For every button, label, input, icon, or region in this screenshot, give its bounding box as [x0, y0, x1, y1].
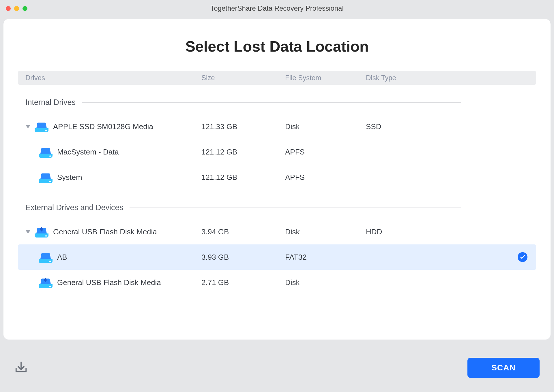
usb-drive-icon: ψ [35, 226, 48, 238]
drive-size: 121.33 GB [201, 122, 285, 131]
window-title: TogetherShare Data Recovery Professional [210, 4, 344, 12]
volume-name: System [57, 173, 82, 182]
volume-name: MacSystem - Data [57, 148, 119, 157]
drive-icon [39, 146, 53, 158]
volume-filesystem: APFS [285, 148, 366, 157]
drive-size: 3.94 GB [201, 227, 285, 236]
chevron-down-icon[interactable] [25, 230, 31, 233]
section-external-drives: External Drives and Devices [25, 203, 536, 212]
drive-filesystem: Disk [285, 227, 366, 236]
divider [82, 102, 461, 103]
drive-row-parent[interactable]: ψ General USB Flash Disk Media 3.94 GB D… [18, 219, 536, 244]
close-icon[interactable] [6, 6, 11, 11]
divider [130, 208, 461, 208]
section-internal-label: Internal Drives [25, 98, 76, 107]
drive-name: General USB Flash Disk Media [53, 227, 157, 236]
drive-row-parent[interactable]: APPLE SSD SM0128G Media 121.33 GB Disk S… [18, 114, 536, 139]
volume-size: 2.71 GB [201, 278, 285, 287]
drive-icon [35, 121, 48, 132]
main-panel: Select Lost Data Location Drives Size Fi… [3, 19, 551, 340]
column-header-size: Size [201, 74, 285, 82]
volume-filesystem: FAT32 [285, 253, 366, 262]
drive-icon [39, 171, 53, 183]
volume-size: 121.12 GB [201, 148, 285, 157]
import-icon[interactable] [14, 361, 28, 375]
volume-row-selected[interactable]: AB 3.93 GB FAT32 [18, 244, 536, 270]
drive-name: APPLE SSD SM0128G Media [53, 122, 153, 131]
table-header: Drives Size File System Disk Type [18, 71, 536, 85]
volume-row[interactable]: ψ General USB Flash Disk Media 2.71 GB D… [18, 270, 536, 295]
column-header-disktype: Disk Type [366, 74, 536, 82]
volume-size: 121.12 GB [201, 173, 285, 182]
page-title: Select Lost Data Location [18, 38, 536, 55]
section-external-label: External Drives and Devices [25, 203, 123, 212]
volume-row[interactable]: MacSystem - Data 121.12 GB APFS [18, 139, 536, 165]
volume-name: AB [57, 253, 67, 262]
usb-drive-icon: ψ [39, 277, 53, 288]
column-header-filesystem: File System [285, 74, 366, 82]
volume-filesystem: Disk [285, 278, 366, 287]
volume-row[interactable]: System 121.12 GB APFS [18, 165, 536, 190]
check-icon [518, 252, 527, 262]
chevron-down-icon[interactable] [25, 125, 31, 128]
volume-name: General USB Flash Disk Media [57, 278, 161, 287]
maximize-icon[interactable] [23, 6, 27, 11]
drive-filesystem: Disk [285, 122, 366, 131]
footer: SCAN [0, 344, 554, 392]
volume-filesystem: APFS [285, 173, 366, 182]
window-controls [6, 6, 27, 11]
drive-icon [39, 251, 53, 263]
minimize-icon[interactable] [14, 6, 19, 11]
volume-type [366, 252, 536, 262]
column-header-drives: Drives [25, 74, 201, 82]
section-internal-drives: Internal Drives [25, 98, 536, 107]
volume-size: 3.93 GB [201, 253, 285, 262]
drive-type: HDD [366, 227, 536, 236]
titlebar: TogetherShare Data Recovery Professional [0, 0, 554, 17]
drive-type: SSD [366, 122, 536, 131]
scan-button[interactable]: SCAN [467, 358, 540, 378]
